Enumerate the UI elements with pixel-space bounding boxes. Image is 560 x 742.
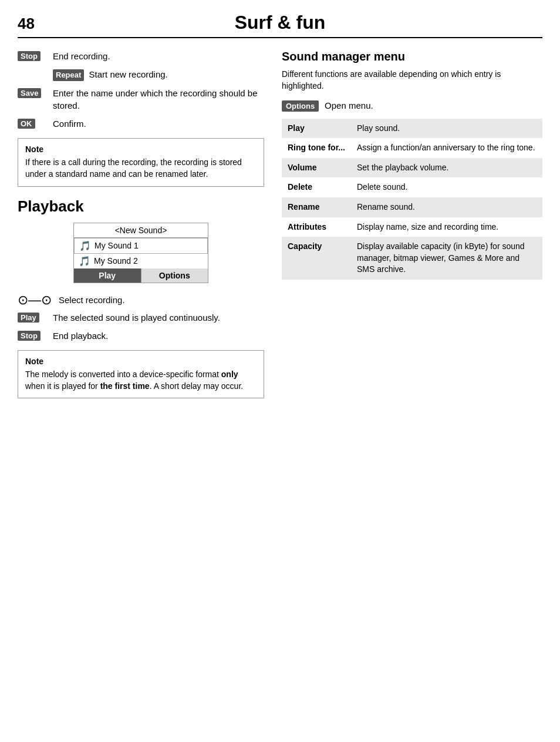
stop2-text: End playback. bbox=[53, 330, 264, 342]
menu-label-6: Capacity bbox=[282, 237, 351, 280]
stop-row: Stop End recording. bbox=[18, 50, 264, 62]
menu-row-3: DeleteDelete sound. bbox=[282, 177, 542, 197]
stop2-row: Stop End playback. bbox=[18, 330, 264, 342]
menu-label-0: Play bbox=[282, 119, 351, 139]
options-button[interactable]: Options bbox=[141, 268, 208, 283]
playback-menu: <New Sound> 🎵 My Sound 1 🎵 My Sound 2 Pl… bbox=[73, 223, 208, 283]
options-row: Options Open menu. bbox=[282, 100, 542, 112]
music-icon-2: 🎵 bbox=[79, 256, 90, 267]
note2-text-2: when it is played for bbox=[25, 381, 100, 391]
note2-text-3: . A short delay may occur. bbox=[150, 381, 244, 391]
menu-desc-1: Assign a function/an anniversary to the … bbox=[351, 138, 542, 158]
play-text: The selected sound is played continuousl… bbox=[53, 311, 264, 324]
play-badge: Play bbox=[18, 311, 46, 323]
play-button[interactable]: Play bbox=[74, 268, 141, 283]
play-label: Play bbox=[18, 313, 39, 323]
left-column: Stop End recording. Repeat Start new rec… bbox=[18, 50, 264, 407]
sound-manager-title: Sound manager menu bbox=[282, 50, 542, 63]
menu-label-4: Rename bbox=[282, 197, 351, 217]
save-label: Save bbox=[18, 88, 41, 98]
nav-icon: ⊙—⊙ bbox=[18, 293, 52, 308]
save-row: Save Enter the name under which the reco… bbox=[18, 87, 264, 112]
playback-item-1-label: My Sound 1 bbox=[95, 241, 139, 250]
playback-heading: Playback bbox=[18, 197, 264, 216]
note-box-1: Note If there is a call during the recor… bbox=[18, 138, 264, 187]
note-box-2: Note The melody is converted into a devi… bbox=[18, 350, 264, 399]
sound-manager-desc: Different functions are available depend… bbox=[282, 68, 542, 92]
note2-title: Note bbox=[25, 357, 257, 366]
stop-label: Stop bbox=[18, 51, 41, 61]
options-text: Open menu. bbox=[325, 100, 373, 110]
note2-bold-1: only bbox=[221, 370, 238, 379]
menu-label-2: Volume bbox=[282, 158, 351, 178]
page-header: 48 Surf & fun bbox=[18, 12, 542, 38]
stop-badge: Stop bbox=[18, 50, 46, 61]
save-text: Enter the name under which the recording… bbox=[53, 87, 264, 112]
menu-row-0: PlayPlay sound. bbox=[282, 119, 542, 139]
playback-ui: <New Sound> 🎵 My Sound 1 🎵 My Sound 2 Pl… bbox=[18, 223, 264, 283]
playback-item-2-label: My Sound 2 bbox=[94, 256, 138, 266]
note2-bold-2: the first time bbox=[100, 381, 150, 391]
menu-desc-3: Delete sound. bbox=[351, 177, 542, 197]
music-icon-1: 🎵 bbox=[79, 240, 91, 251]
page-title: Surf & fun bbox=[53, 12, 542, 33]
options-badge: Options bbox=[282, 100, 319, 112]
note2-text-1: The melody is converted into a device-sp… bbox=[25, 370, 221, 379]
repeat-badge-spacer bbox=[18, 68, 46, 69]
menu-row-2: VolumeSet the playback volume. bbox=[282, 158, 542, 178]
menu-row-6: CapacityDisplay available capacity (in k… bbox=[282, 237, 542, 280]
right-column: Sound manager menu Different functions a… bbox=[282, 50, 542, 407]
menu-label-3: Delete bbox=[282, 177, 351, 197]
main-content: Stop End recording. Repeat Start new rec… bbox=[18, 50, 542, 407]
repeat-description: Start new recording. bbox=[89, 69, 168, 79]
menu-row-5: AttributesDisplay name, size and recordi… bbox=[282, 217, 542, 237]
ok-text: Confirm. bbox=[53, 117, 264, 130]
ok-badge: OK bbox=[18, 117, 46, 129]
repeat-row: Repeat Start new recording. bbox=[18, 68, 264, 81]
playback-new-sound: <New Sound> bbox=[74, 223, 208, 238]
repeat-label: Repeat bbox=[53, 69, 84, 81]
menu-desc-5: Display name, size and recording time. bbox=[351, 217, 542, 237]
nav-row: ⊙—⊙ Select recording. bbox=[18, 293, 264, 308]
menu-desc-2: Set the playback volume. bbox=[351, 158, 542, 178]
menu-row-1: Ring tone for...Assign a function/an ann… bbox=[282, 138, 542, 158]
play-row: Play The selected sound is played contin… bbox=[18, 311, 264, 324]
page-number: 48 bbox=[18, 15, 41, 33]
stop2-label: Stop bbox=[18, 331, 41, 341]
playback-buttons: Play Options bbox=[74, 268, 208, 283]
menu-desc-0: Play sound. bbox=[351, 119, 542, 139]
ok-label: OK bbox=[18, 119, 35, 129]
playback-item-2[interactable]: 🎵 My Sound 2 bbox=[74, 254, 208, 268]
stop2-badge: Stop bbox=[18, 330, 46, 341]
menu-table: PlayPlay sound.Ring tone for...Assign a … bbox=[282, 119, 542, 280]
note1-body: If there is a call during the recording,… bbox=[25, 156, 257, 180]
menu-label-1: Ring tone for... bbox=[282, 138, 351, 158]
menu-row-4: RenameRename sound. bbox=[282, 197, 542, 217]
stop-text: End recording. bbox=[53, 50, 264, 62]
menu-label-5: Attributes bbox=[282, 217, 351, 237]
menu-desc-6: Display available capacity (in kByte) fo… bbox=[351, 237, 542, 280]
menu-desc-4: Rename sound. bbox=[351, 197, 542, 217]
ok-row: OK Confirm. bbox=[18, 117, 264, 130]
nav-text: Select recording. bbox=[59, 294, 264, 306]
save-badge: Save bbox=[18, 87, 46, 98]
note2-body: The melody is converted into a device-sp… bbox=[25, 368, 257, 392]
playback-item-1[interactable]: 🎵 My Sound 1 bbox=[74, 238, 208, 254]
repeat-text: Repeat Start new recording. bbox=[53, 68, 264, 81]
note1-title: Note bbox=[25, 145, 257, 154]
